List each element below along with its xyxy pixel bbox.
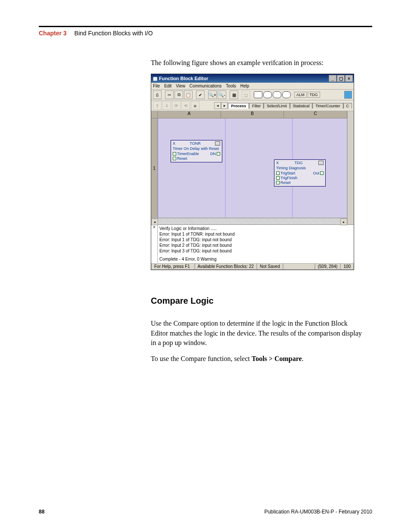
tab-scroll-right[interactable]: ▸ [221,102,228,109]
status-zoom: 100 [340,263,354,270]
tab-timercounter[interactable]: Timer/Counter [312,103,343,109]
download-icon: ⇩ [162,101,171,110]
faded-icon: ◻ [242,90,250,99]
block-tonr-in1: TimerEnable [177,152,199,156]
menu-view[interactable]: View [176,84,185,88]
log-line: Error: Input 1 of TDG: input not bound [159,237,352,243]
menu-tools[interactable]: Tools [226,84,236,88]
extra-icon: ◆ [191,101,199,110]
print-icon[interactable]: ⎙ [153,90,162,99]
tab-scroll-left[interactable]: ◂ [214,102,221,109]
block-tdg-in1: TrigStart [280,171,295,175]
tab-strip: ◂ ▸ Process Filter Select/Limit Statisti… [214,102,352,109]
grid-icon[interactable]: ▦ [230,90,238,99]
color-swatch[interactable] [344,91,352,99]
pin-icon[interactable] [173,157,176,160]
block-tdg-name: TDG [295,161,303,165]
scrollbar-horizontal[interactable]: ◂ ▸ [151,218,347,224]
close-button[interactable]: × [345,75,353,82]
zoom-out-icon[interactable]: 🔍- [218,90,226,99]
col-hdr-c: C [284,111,347,118]
alm-button[interactable]: ALM [294,92,307,98]
shape-oval-button[interactable] [282,91,291,98]
block-tdg-tag: X [276,161,279,165]
intro-paragraph: The following figure shows an example ve… [151,58,362,68]
copy-icon[interactable]: ⧉ [174,90,183,99]
section-p2-c: . [302,355,304,362]
scrollbar-vertical[interactable] [347,111,354,224]
pin-icon[interactable] [217,152,220,156]
zoom-in-icon[interactable]: 🔍+ [208,90,217,99]
tab-process[interactable]: Process [228,103,249,109]
log-summary: Complete - 4 Error, 0 Warning [159,256,352,262]
block-tonr-tag: X [173,141,175,146]
tab-filter[interactable]: Filter [249,103,264,109]
pin-icon[interactable] [173,152,176,156]
status-save: Not Saved [257,263,283,270]
col-hdr-a: A [158,111,221,118]
block-tdg-title: Timing Diagnosis [276,166,324,170]
sync-a-icon: ⟳ [172,101,181,110]
toolbar-main: ⎙ ✂ ⧉ 📋 ✔ 🔍+ 🔍- ▦ ◻ ALM [151,90,354,100]
block-tonr-in2: Reset [177,156,187,161]
sync-b-icon: ⟲ [181,101,190,110]
menu-help[interactable]: Help [240,84,249,88]
row-hdr-1: 1 [151,118,158,218]
menu-communications[interactable]: Communications [190,84,221,88]
cut-icon[interactable]: ✂ [165,90,174,99]
statusbar: For Help, press F1 Available Function Bl… [151,263,354,270]
pin-icon[interactable] [276,176,280,180]
log-close-icon[interactable]: × [151,225,158,263]
canvas-column-headers: A B C [151,111,347,118]
upload-icon: ⇧ [153,101,162,110]
status-blocks: Available Function Blocks: 22 [195,263,257,270]
shape-rect-button[interactable] [254,91,262,98]
chapter-label: Chapter 3 [39,30,67,37]
log-line: Error: Input 1 of TONR: input not bound [159,231,352,237]
tab-c[interactable]: C [343,103,352,109]
chapter-title: Bind Function Blocks with I/O [75,30,153,37]
titlebar: ▦ Function Block Editor _ ▢ × [151,74,354,83]
block-tdg-out1: Out [313,171,319,175]
section-heading: Compare Logic [151,296,362,306]
menu-file[interactable]: File [153,84,160,88]
tab-selectlimit[interactable]: Select/Limit [264,103,290,109]
section-p2: To use the Compare function, select Tool… [151,354,362,364]
app-title: Function Block Editor [159,76,208,81]
paste-icon[interactable]: 📋 [184,90,193,99]
toolbar-secondary: ⇧ ⇩ ⟳ ⟲ ◆ ◂ ▸ Process Filter Select/Limi… [151,100,354,111]
app-icon: ▦ [153,76,157,81]
section-p2-b: Tools > Compare [252,355,302,362]
tdg-button[interactable]: TDG [308,92,320,98]
pin-icon[interactable] [320,171,324,175]
block-tdg-in3: Reset [280,180,291,185]
tab-statistical[interactable]: Statistical [290,103,313,109]
status-help: For Help, press F1 [151,263,195,270]
pin-icon[interactable] [276,181,280,184]
block-tdg[interactable]: X TDG … Timing Diagnosis TrigStart Out [274,159,326,187]
scroll-left-icon[interactable]: ◂ [151,218,158,225]
publication-id: Publication RA-UM003B-EN-P - February 20… [264,509,372,515]
log-pane: × Verify Logic or Information ..... Erro… [151,224,354,263]
menubar: File Edit View Communications Tools Help [151,83,354,90]
menu-edit[interactable]: Edit [164,84,171,88]
verify-icon[interactable]: ✔ [196,90,205,99]
canvas[interactable]: X TONR … Timer On Delay with Reset Timer… [158,118,347,218]
minimize-button[interactable]: _ [329,75,336,82]
status-coords: (509, 284) [315,263,341,270]
scroll-right-icon[interactable]: ▸ [340,218,347,225]
pin-icon[interactable] [276,171,280,175]
log-line: Error: Input 3 of TDG: input not bound [159,248,352,254]
block-tonr-config-icon[interactable]: … [215,141,220,146]
block-tonr-out1: DN [210,152,216,156]
col-hdr-b: B [221,111,284,118]
page-number: 88 [39,509,44,515]
block-tdg-config-icon[interactable]: … [318,161,324,165]
block-tonr[interactable]: X TONR … Timer On Delay with Reset Timer… [171,140,222,162]
section-p1: Use the Compare option to determine if t… [151,319,362,348]
maximize-button[interactable]: ▢ [337,75,345,82]
shape-slot-button[interactable] [263,91,272,98]
block-tdg-in2: TrigFinish [280,176,297,180]
block-tonr-title: Timer On Delay with Reset [173,146,220,151]
shape-pill-button[interactable] [273,91,281,98]
